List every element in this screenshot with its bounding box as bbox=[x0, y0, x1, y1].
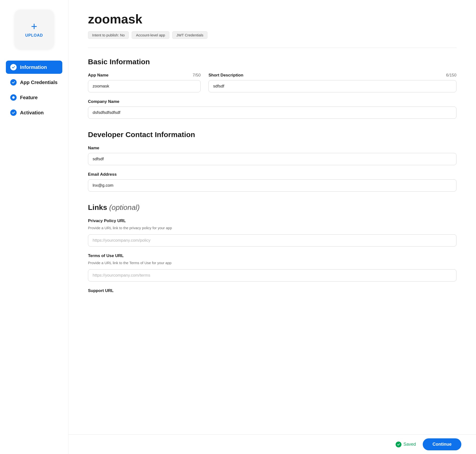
privacy-policy-label: Privacy Policy URL bbox=[88, 218, 456, 223]
dev-name-label: Name bbox=[88, 146, 456, 151]
company-name-group: Company Name bbox=[88, 99, 456, 119]
upload-plus-icon: + bbox=[31, 21, 37, 32]
app-name-label: App Name 7/50 bbox=[88, 73, 201, 78]
terms-group: Terms of Use URL Provide a URL link to t… bbox=[88, 253, 456, 281]
sidebar-item-label-activation: Activation bbox=[20, 110, 44, 116]
links-section: Links (optional) Privacy Policy URL Prov… bbox=[88, 203, 456, 293]
support-url-label: Support URL bbox=[88, 288, 456, 293]
sidebar-item-label-information: Information bbox=[20, 65, 47, 70]
saved-label: Saved bbox=[403, 442, 416, 447]
continue-button[interactable]: Continue bbox=[423, 438, 461, 450]
check-icon-app-credentials bbox=[10, 79, 17, 86]
footer-bar: Saved Continue bbox=[68, 434, 476, 454]
short-desc-label: Short Description 6/150 bbox=[208, 73, 456, 78]
app-name-input[interactable] bbox=[88, 80, 201, 92]
company-name-label: Company Name bbox=[88, 99, 456, 104]
developer-contact-section: Developer Contact Information Name Email… bbox=[88, 130, 456, 192]
dev-email-input[interactable] bbox=[88, 179, 456, 192]
app-name-short-desc-row: App Name 7/50 Short Description 6/150 bbox=[88, 73, 456, 92]
sidebar-item-label-app-credentials: App Credentials bbox=[20, 80, 57, 85]
page-title: zoomask bbox=[88, 12, 456, 26]
terms-label: Terms of Use URL bbox=[88, 253, 456, 258]
saved-indicator: Saved bbox=[396, 442, 416, 447]
privacy-policy-input[interactable] bbox=[88, 234, 456, 247]
terms-hint: Provide a URL link to the Terms of Use f… bbox=[88, 261, 456, 265]
basic-information-section: Basic Information App Name 7/50 Short De… bbox=[88, 58, 456, 119]
sidebar-item-information[interactable]: Information bbox=[6, 61, 62, 74]
tag-account-level: Account-level app bbox=[132, 31, 169, 39]
dev-email-group: Email Address bbox=[88, 172, 456, 192]
terms-input[interactable] bbox=[88, 269, 456, 281]
dev-email-label: Email Address bbox=[88, 172, 456, 177]
basic-info-title: Basic Information bbox=[88, 58, 456, 66]
app-name-group: App Name 7/50 bbox=[88, 73, 201, 92]
sidebar-item-activation[interactable]: Activation bbox=[6, 106, 62, 119]
sidebar-item-label-feature: Feature bbox=[20, 95, 38, 100]
tag-jwt: JWT Credentials bbox=[172, 31, 208, 39]
short-desc-input[interactable] bbox=[208, 80, 456, 92]
sidebar-item-feature[interactable]: Feature bbox=[6, 91, 62, 104]
sidebar: + UPLOAD Information App Credentials bbox=[0, 0, 68, 454]
main-content: zoomask Intent to publish: No Account-le… bbox=[68, 0, 476, 454]
privacy-policy-hint: Provide a URL link to the privacy policy… bbox=[88, 226, 456, 230]
tags-row: Intent to publish: No Account-level app … bbox=[88, 31, 456, 39]
links-title: Links (optional) bbox=[88, 203, 456, 212]
upload-label: UPLOAD bbox=[25, 33, 43, 38]
links-optional-label: (optional) bbox=[109, 203, 140, 211]
divider-top bbox=[88, 48, 456, 48]
upload-box[interactable]: + UPLOAD bbox=[15, 10, 54, 49]
sidebar-item-app-credentials[interactable]: App Credentials bbox=[6, 76, 62, 89]
company-name-input[interactable] bbox=[88, 107, 456, 119]
tag-intent: Intent to publish: No bbox=[88, 31, 129, 39]
dev-contact-title: Developer Contact Information bbox=[88, 130, 456, 139]
check-icon-activation bbox=[10, 109, 17, 116]
privacy-policy-group: Privacy Policy URL Provide a URL link to… bbox=[88, 218, 456, 247]
short-desc-group: Short Description 6/150 bbox=[208, 73, 456, 92]
dot-icon-feature bbox=[10, 94, 17, 101]
saved-check-icon bbox=[396, 442, 401, 447]
check-icon-information bbox=[10, 64, 17, 70]
dev-name-input[interactable] bbox=[88, 153, 456, 165]
support-url-group: Support URL bbox=[88, 288, 456, 293]
dev-name-group: Name bbox=[88, 146, 456, 165]
